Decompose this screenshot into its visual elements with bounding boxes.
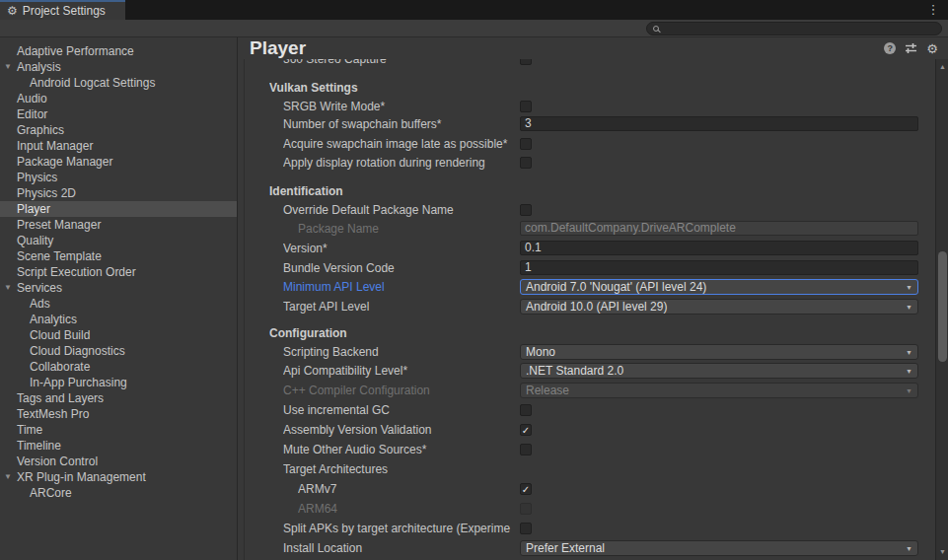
sidebar-item-timeline[interactable]: Timeline [0, 438, 237, 454]
sidebar-item-adaptive-performance[interactable]: Adaptive Performance [0, 43, 237, 59]
foldout-triangle-icon[interactable]: ▼ [3, 280, 13, 296]
chevron-down-icon: ▼ [906, 364, 912, 379]
row-split-apks: Split APKs by target architecture (Exper… [238, 521, 935, 536]
sidebar-item-label: Quality [0, 233, 237, 248]
sidebar-item-physics-2d[interactable]: Physics 2D [0, 185, 237, 201]
sidebar-item-label: Collaborate [0, 359, 237, 375]
row-assembly-version-validation: Assembly Version Validation ✓ [238, 422, 935, 438]
field-label: Install Location [283, 540, 519, 556]
bundle-version-code-field[interactable]: 1 [520, 260, 918, 275]
minimum-api-level-dropdown[interactable]: Android 7.0 'Nougat' (API level 24) ▼ [520, 279, 918, 295]
sidebar-item-physics[interactable]: Physics [0, 170, 237, 185]
sidebar-item-label: Script Execution Order [0, 264, 237, 280]
scripting-backend-dropdown[interactable]: Mono ▼ [520, 344, 918, 360]
sidebar-item-analysis[interactable]: ▼Analysis [0, 59, 237, 75]
sidebar-item-package-manager[interactable]: Package Manager [0, 154, 237, 170]
srgb-write-mode-checkbox[interactable] [520, 101, 532, 112]
apply-display-rotation-checkbox[interactable] [520, 157, 532, 169]
check-icon: ✓ [521, 484, 531, 495]
sidebar-item-quality[interactable]: Quality [0, 233, 237, 248]
sidebar-item-input-manager[interactable]: Input Manager [0, 138, 237, 154]
vertical-scrollbar[interactable]: ▲ ▼ [935, 59, 948, 560]
row-cpp-compiler-configuration: C++ Compiler Configuration Release ▼ [238, 383, 935, 398]
help-icon[interactable]: ? [884, 42, 896, 54]
field-label: Target Architectures [283, 461, 519, 477]
swapchain-buffers-field[interactable]: 3 [520, 116, 918, 131]
chevron-down-icon: ▼ [906, 345, 912, 360]
sidebar-item-time[interactable]: Time [0, 422, 237, 438]
acquire-swapchain-late-checkbox[interactable] [520, 138, 532, 150]
sidebar-item-audio[interactable]: Audio [0, 91, 237, 106]
sidebar-item-version-control[interactable]: Version Control [0, 454, 237, 469]
field-label: Number of swapchain buffers* [283, 116, 519, 132]
sidebar-item-collaborate[interactable]: Collaborate [0, 359, 237, 375]
sidebar-item-cloud-build[interactable]: Cloud Build [0, 327, 237, 343]
sidebar-item-arcore[interactable]: ARCore [0, 485, 237, 501]
foldout-triangle-icon[interactable]: ▼ [3, 59, 13, 75]
sidebar-item-ads[interactable]: Ads [0, 296, 237, 312]
scrollbar-thumb[interactable] [938, 251, 947, 362]
field-label: Override Default Package Name [283, 202, 519, 218]
sidebar-item-label: Cloud Diagnostics [0, 343, 237, 359]
sidebar-item-label: Analytics [0, 312, 237, 327]
sidebar-item-graphics[interactable]: Graphics [0, 122, 237, 138]
search-input[interactable] [663, 23, 935, 35]
install-location-dropdown[interactable]: Prefer External ▼ [520, 540, 918, 556]
sidebar-item-xr-plugin-management[interactable]: ▼XR Plug-in Management [0, 469, 237, 485]
sidebar-item-label: In-App Purchasing [0, 375, 237, 390]
sidebar-item-scene-template[interactable]: Scene Template [0, 248, 237, 264]
section-vulkan-settings: Vulkan Settings [238, 80, 935, 96]
field-label: Scripting Backend [283, 344, 519, 360]
sidebar-item-preset-manager[interactable]: Preset Manager [0, 217, 237, 233]
field-label: Minimum API Level [283, 279, 519, 295]
sidebar-item-services[interactable]: ▼Services [0, 280, 237, 296]
version-field[interactable]: 0.1 [520, 241, 918, 255]
field-label: Assembly Version Validation [283, 422, 519, 438]
dropdown-value: Android 7.0 'Nougat' (API level 24) [526, 280, 706, 294]
mute-other-audio-sources-checkbox[interactable] [520, 444, 532, 455]
row-scripting-backend: Scripting Backend Mono ▼ [238, 344, 935, 360]
dropdown-value: Mono [526, 345, 555, 359]
override-package-name-checkbox[interactable] [520, 204, 532, 216]
sidebar-item-analytics[interactable]: Analytics [0, 312, 237, 327]
field-label: Mute Other Audio Sources* [283, 442, 519, 457]
sidebar-item-android-logcat-settings[interactable]: Android Logcat Settings [0, 75, 237, 91]
row-target-architectures: Target Architectures [238, 461, 935, 477]
gear-icon[interactable]: ⚙ [926, 42, 938, 55]
sidebar-item-label: Editor [0, 106, 237, 122]
presets-icon[interactable] [905, 42, 917, 54]
split-apks-checkbox[interactable] [520, 523, 532, 534]
row-mute-other-audio-sources: Mute Other Audio Sources* [238, 442, 935, 457]
armv7-checkbox[interactable]: ✓ [520, 483, 532, 495]
row-acquire-swapchain-late: Acquire swapchain image late as possible… [238, 136, 935, 152]
api-compatibility-level-dropdown[interactable]: .NET Standard 2.0 ▼ [520, 363, 918, 379]
scroll-up-icon[interactable]: ▲ [936, 61, 948, 73]
search-box[interactable] [646, 22, 942, 35]
sidebar-item-label: Physics 2D [0, 185, 237, 201]
section-header: Vulkan Settings [269, 80, 565, 96]
sidebar-item-player[interactable]: Player [0, 201, 237, 217]
target-api-level-dropdown[interactable]: Android 10.0 (API level 29) ▼ [520, 299, 918, 315]
section-configuration: Configuration [238, 325, 935, 341]
section-header: Configuration [269, 325, 565, 341]
sidebar-item-tags-and-layers[interactable]: Tags and Layers [0, 390, 237, 406]
section-identification: Identification [238, 183, 935, 199]
sidebar-item-editor[interactable]: Editor [0, 106, 237, 122]
sidebar-item-textmesh-pro[interactable]: TextMesh Pro [0, 406, 237, 422]
field-label: C++ Compiler Configuration [283, 383, 519, 398]
scroll-down-icon[interactable]: ▼ [936, 546, 948, 558]
sidebar-item-script-execution-order[interactable]: Script Execution Order [0, 264, 237, 280]
tab-project-settings[interactable]: ⚙ Project Settings [0, 0, 125, 20]
sidebar-item-label: Physics [0, 170, 237, 185]
sidebar-item-label: Player [0, 201, 237, 217]
row-apply-display-rotation: Apply display rotation during rendering [238, 155, 935, 171]
sidebar-item-cloud-diagnostics[interactable]: Cloud Diagnostics [0, 343, 237, 359]
package-name-field: com.DefaultCompany.DriveARComplete [520, 221, 918, 236]
sidebar-item-in-app-purchasing[interactable]: In-App Purchasing [0, 375, 237, 390]
sidebar-item-label: Cloud Build [0, 327, 237, 343]
use-incremental-gc-checkbox[interactable] [520, 404, 532, 416]
foldout-triangle-icon[interactable]: ▼ [3, 469, 13, 485]
sidebar-item-label: Graphics [0, 122, 237, 138]
window-menu-kebab-icon[interactable]: ⋮ [926, 2, 940, 18]
assembly-version-validation-checkbox[interactable]: ✓ [520, 424, 532, 436]
